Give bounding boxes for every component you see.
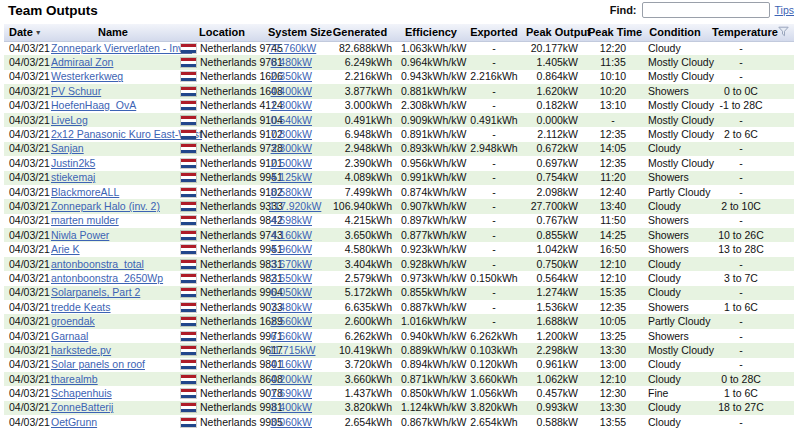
system-size-link[interactable]: 77.760kW [269, 42, 316, 54]
system-name-link[interactable]: Solar panels on roof [51, 358, 145, 370]
column-header-name[interactable]: Name [48, 24, 178, 41]
system-name-link[interactable]: OetGrunn [51, 416, 97, 428]
peak-output-cell: 1.620kW [524, 84, 586, 98]
temperature-cell: - [710, 156, 772, 170]
system-name-link[interactable]: marten mulder [51, 214, 119, 226]
page-title: Team Outputs [8, 3, 98, 18]
system-name-link[interactable]: groendak [51, 315, 95, 327]
find-label: Find: [610, 4, 637, 16]
peak-time-cell: 11:20 [586, 171, 640, 185]
system-size-link[interactable]: 2.650kW [271, 272, 312, 284]
column-header-peak-time[interactable]: Peak Time [586, 24, 640, 41]
peak-time-cell: 11:50 [586, 214, 640, 228]
efficiency-cell: 0.891kWh/kW [398, 127, 464, 141]
system-name-link[interactable]: PV Schuur [51, 85, 101, 97]
table-row: 04/03/21Arie KNetherlands 99514.960kW4.5… [4, 242, 794, 256]
system-name-link[interactable]: BlackmoreALL [51, 186, 119, 198]
system-size-link[interactable]: 6.480kW [271, 56, 312, 68]
column-header-location[interactable]: Location [178, 24, 266, 41]
system-name-link-cell: Zonnepark Halo (inv. 2) [48, 199, 178, 213]
peak-output-cell: 0.182kW [524, 99, 586, 113]
exported-cell: - [464, 228, 524, 242]
system-name-link[interactable]: Admiraal Zon [51, 56, 113, 68]
condition-cell: Cloudy [640, 257, 710, 271]
date-cell: 04/03/21 [4, 329, 48, 343]
system-name-link[interactable]: Garnaal [51, 330, 88, 342]
column-header-peak-output[interactable]: Peak Output [524, 24, 586, 41]
system-size-link[interactable]: 4.125kW [271, 171, 312, 183]
system-size-link[interactable]: 4.960kW [271, 243, 312, 255]
filter-column-spacer [772, 242, 794, 256]
system-name-link[interactable]: Solarpanels, Part 2 [51, 286, 140, 298]
exported-cell: 0.103kWh [464, 343, 524, 357]
system-name-link[interactable]: tharealmb [51, 373, 98, 385]
peak-time-cell: 13:40 [586, 199, 640, 213]
table-row: 04/03/21harkstede.pvNetherlands 961711.7… [4, 343, 794, 357]
system-size-link[interactable]: 2.560kW [271, 315, 312, 327]
column-header-system-size[interactable]: System Size [266, 24, 322, 41]
system-size-link[interactable]: 7.480kW [271, 301, 312, 313]
system-size-link[interactable]: 3.060kW [271, 416, 312, 428]
system-size-link[interactable]: 4.160kW [271, 358, 312, 370]
netherlands-flag-icon [181, 130, 196, 139]
system-name-link[interactable]: Zonnepark Halo (inv. 2) [51, 200, 160, 212]
column-header-generated[interactable]: Generated [322, 24, 398, 41]
system-size-link[interactable]: 0.540kW [271, 114, 312, 126]
column-header-temperature[interactable]: Temperature [710, 24, 772, 41]
system-size-link[interactable]: 7.800kW [271, 128, 312, 140]
system-size-link[interactable]: 4.200kW [271, 373, 312, 385]
system-size-link[interactable]: 1.300kW [271, 99, 312, 111]
find-input[interactable] [642, 2, 770, 18]
system-name-link[interactable]: tredde Keats [51, 301, 111, 313]
column-header-date[interactable]: Date▼ [4, 24, 48, 41]
system-name-link[interactable]: antonboonstra_2650Wp [51, 272, 163, 284]
column-header-exported[interactable]: Exported [464, 24, 524, 41]
system-name-link[interactable]: Zonnepark Vierverlaten - Inv 1 [51, 42, 192, 54]
system-name-link[interactable]: Niwla Power [51, 229, 109, 241]
system-name-link[interactable]: Westerkerkweg [51, 70, 123, 82]
netherlands-flag-icon [181, 173, 196, 182]
system-name-link[interactable]: Schapenhuis [51, 387, 112, 399]
filter-column-spacer [772, 300, 794, 314]
system-name-link[interactable]: stiekemaj [51, 171, 95, 183]
system-name-link[interactable]: HoefenHaag_OvA [51, 99, 136, 111]
filter-icon[interactable] [778, 26, 789, 37]
exported-cell: - [464, 300, 524, 314]
system-name-link[interactable]: antonboonstra_total [51, 258, 144, 270]
system-size-link[interactable]: 2.350kW [271, 70, 312, 82]
column-header-condition[interactable]: Condition [640, 24, 710, 41]
system-size-link[interactable]: 6.050kW [271, 286, 312, 298]
system-size-link[interactable]: 3.670kW [271, 258, 312, 270]
system-size-link[interactable]: 2.500kW [271, 157, 312, 169]
date-cell: 04/03/21 [4, 343, 48, 357]
system-name-link[interactable]: ZonneBatterij [51, 401, 113, 413]
generated-cell: 106.940kWh [322, 199, 398, 213]
system-name-link-cell: tharealmb [48, 372, 178, 386]
system-size-link[interactable]: 4.400kW [271, 85, 312, 97]
system-size-link[interactable]: 4.160kW [271, 229, 312, 241]
system-size-link[interactable]: 4.698kW [271, 214, 312, 226]
system-size-link-cell: 4.160kW [266, 228, 322, 242]
system-name-link[interactable]: Sanjan [51, 142, 84, 154]
table-row: 04/03/21GarnaalNetherlands 99716.660kW6.… [4, 329, 794, 343]
peak-time-cell: 14:25 [586, 228, 640, 242]
system-name-link[interactable]: harkstede.pv [51, 344, 111, 356]
system-size-link[interactable]: 117.920kW [269, 200, 321, 212]
system-name-link[interactable]: Justin2k5 [51, 157, 95, 169]
date-cell: 04/03/21 [4, 127, 48, 141]
column-header-efficiency[interactable]: Efficiency [398, 24, 464, 41]
system-size-link[interactable]: 3.400kW [271, 401, 312, 413]
netherlands-flag-icon [181, 288, 196, 297]
peak-time-cell: 15:35 [586, 286, 640, 300]
system-size-link[interactable]: 8.580kW [271, 186, 312, 198]
system-name-link[interactable]: Arie K [51, 243, 80, 255]
system-name-link[interactable]: LiveLog [51, 114, 88, 126]
system-size-link[interactable]: 11.715kW [269, 344, 316, 356]
system-size-link[interactable]: 6.660kW [271, 330, 312, 342]
system-name-link[interactable]: 2x12 Panasonic Kuro East-West [51, 128, 202, 140]
table-row: 04/03/21stiekemajNetherlands 99514.125kW… [4, 171, 794, 185]
filter-column-spacer [772, 386, 794, 400]
system-size-link[interactable]: 3.300kW [271, 142, 312, 154]
system-size-link[interactable]: 1.690kW [271, 387, 312, 399]
tips-link[interactable]: Tips [775, 4, 794, 16]
